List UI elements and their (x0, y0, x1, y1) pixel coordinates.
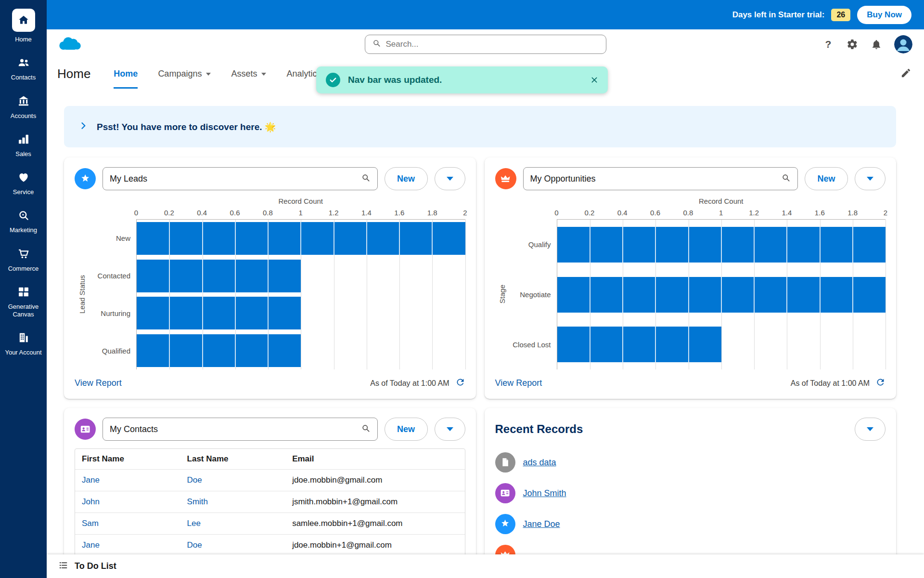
buy-now-button[interactable]: Buy Now (857, 6, 911, 24)
cell-first-name[interactable]: Sam (75, 513, 180, 535)
refresh-icon[interactable] (455, 377, 465, 389)
trial-topbar: Days left in Starter trial: 26 Buy Now (47, 0, 924, 29)
home-icon (12, 9, 35, 32)
refresh-icon[interactable] (875, 377, 886, 389)
discover-banner[interactable]: Psst! You have more to discover here. 🌟 (64, 106, 896, 147)
opportunities-search-input[interactable] (530, 174, 777, 184)
leads-listview-search[interactable] (103, 167, 378, 190)
tab-home[interactable]: Home (114, 59, 138, 89)
bar-qualify[interactable] (557, 227, 886, 263)
cell-first-name[interactable]: Jane (75, 535, 180, 556)
service-icon (16, 170, 31, 184)
chevron-down-icon (867, 177, 873, 181)
my-contacts-card: New First NameLast NameEmail JaneDoejdoe… (64, 408, 476, 578)
sidebar-item-marketing[interactable]: Marketing (0, 208, 47, 234)
record-link[interactable]: ads data (523, 458, 556, 468)
contacts-search-input[interactable] (110, 424, 356, 434)
contacts-table-body: JaneDoejdoe.mobbin@gmail.comJohnSmithjsm… (75, 470, 465, 556)
list-item[interactable]: John Smith (495, 483, 886, 503)
bar-closed-lost[interactable] (557, 327, 721, 362)
opportunities-actions-dropdown[interactable] (855, 167, 886, 190)
search-icon (361, 423, 371, 435)
table-row[interactable]: JohnSmithjsmith.mobbin+1@gmail.com (75, 491, 465, 513)
chevron-down-icon (447, 427, 453, 431)
tick-label: 2 (463, 209, 467, 217)
contact-icon (75, 419, 96, 440)
bar-negotiate[interactable] (557, 277, 886, 313)
table-row[interactable]: JaneDoejdoe.mobbin+1@gmail.com (75, 535, 465, 556)
recent-records-dropdown[interactable] (855, 418, 886, 441)
tick-label: 1.4 (782, 209, 792, 217)
bar-new[interactable] (137, 222, 465, 255)
record-link[interactable]: Jane Doe (523, 519, 560, 529)
list-item[interactable]: ads data (495, 452, 886, 473)
tab-assets[interactable]: Assets (231, 59, 266, 89)
chevron-down-icon (206, 73, 211, 76)
new-lead-button[interactable]: New (385, 167, 428, 190)
todo-list-bar[interactable]: To Do List (47, 554, 924, 578)
app-sidebar: HomeContactsAccountsSalesServiceMarketin… (0, 0, 47, 578)
avatar[interactable] (894, 35, 912, 53)
gridline (465, 220, 466, 369)
record-link[interactable]: John Smith (523, 488, 566, 499)
help-icon[interactable]: ? (822, 38, 834, 51)
search-icon (781, 173, 791, 184)
cell-last-name[interactable]: Smith (180, 491, 286, 513)
cell-last-name[interactable]: Doe (180, 470, 286, 491)
view-report-link[interactable]: View Report (495, 378, 542, 388)
cell-last-name[interactable]: Lee (180, 513, 286, 535)
table-row[interactable]: SamLeesamlee.mobbin+1@gmail.com (75, 513, 465, 535)
tick-label: 0 (134, 209, 138, 217)
chart-category-label: Nurturing (89, 294, 136, 332)
global-search[interactable] (365, 35, 606, 54)
sidebar-nav: HomeContactsAccountsSalesServiceMarketin… (0, 0, 47, 369)
leads-search-input[interactable] (110, 174, 356, 184)
sidebar-item-home[interactable]: Home (0, 9, 47, 43)
bar-contacted[interactable] (137, 260, 301, 292)
banner-text: Psst! You have more to discover here. 🌟 (97, 121, 276, 132)
sidebar-item-commerce[interactable]: Commerce (0, 247, 47, 273)
sidebar-item-label: Accounts (9, 112, 38, 120)
new-opportunity-button[interactable]: New (805, 167, 848, 190)
success-check-icon (326, 73, 340, 87)
chart-category-labels: QualifyNegotiateClosed Lost (510, 219, 557, 369)
sidebar-item-generative-canvas[interactable]: Generative Canvas (0, 285, 47, 319)
gear-icon[interactable] (846, 38, 859, 51)
opportunities-listview-search[interactable] (523, 167, 798, 190)
table-row[interactable]: JaneDoejdoe.mobbin@gmail.com (75, 470, 465, 491)
sidebar-item-your-account[interactable]: Your Account (0, 330, 47, 356)
search-icon (361, 173, 371, 184)
bar-nurturing[interactable] (137, 297, 301, 329)
salesforce-logo (57, 35, 82, 53)
todo-list-label: To Do List (75, 561, 116, 571)
canvas-icon (16, 285, 31, 299)
close-icon[interactable] (590, 76, 598, 84)
view-report-link[interactable]: View Report (75, 378, 122, 388)
cell-last-name[interactable]: Doe (180, 535, 286, 556)
sidebar-item-service[interactable]: Service (0, 170, 47, 196)
contact-icon (495, 483, 515, 503)
leads-actions-dropdown[interactable] (435, 167, 465, 190)
svg-text:?: ? (825, 39, 832, 50)
contacts-listview-search[interactable] (103, 418, 378, 441)
contacts-actions-dropdown[interactable] (435, 418, 465, 441)
tick-label: 1.4 (361, 209, 372, 217)
list-item[interactable]: Jane Doe (495, 514, 886, 534)
edit-pencil-icon[interactable] (900, 67, 911, 80)
tab-campaigns[interactable]: Campaigns (158, 59, 211, 89)
chart-category-labels: NewContactedNurturingQualified (89, 219, 136, 369)
bar-qualified[interactable] (137, 334, 301, 367)
opportunity-icon (495, 168, 516, 189)
bell-icon[interactable] (870, 38, 883, 51)
my-opportunities-card: New Stage QualifyNegotiateClosed Lost Re… (485, 158, 897, 399)
cell-first-name[interactable]: John (75, 491, 180, 513)
sidebar-item-sales[interactable]: Sales (0, 132, 47, 158)
sales-icon (16, 132, 31, 146)
search-input[interactable] (386, 39, 599, 49)
toast-message: Nav bar was updated. (348, 75, 583, 85)
sidebar-item-contacts[interactable]: Contacts (0, 55, 47, 81)
cell-first-name[interactable]: Jane (75, 470, 180, 491)
sidebar-item-accounts[interactable]: Accounts (0, 94, 47, 120)
new-contact-button[interactable]: New (385, 418, 428, 441)
sidebar-item-label: Generative Canvas (0, 303, 47, 319)
